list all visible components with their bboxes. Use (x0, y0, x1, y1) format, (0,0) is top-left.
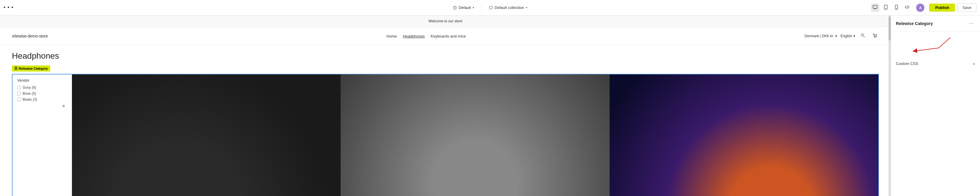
top-bar-center: Default ▾ Default collection ▾ (450, 4, 530, 11)
store-frame: Welcome to our store relewise-demo-store… (0, 16, 891, 196)
expand-icon: ∨ (972, 62, 975, 66)
desktop-view-btn[interactable] (871, 3, 879, 12)
product-area: Vendor Sony (9) Bose (5) (12, 74, 879, 196)
top-bar-left: • • • (3, 5, 17, 11)
product-image-1 (72, 74, 340, 196)
custom-css-row[interactable]: Custom CSS ∨ (896, 60, 975, 67)
chevron-down-icon: ▾ (473, 6, 474, 9)
preview-scrollbar[interactable] (888, 16, 891, 196)
arrow-area (891, 32, 980, 55)
filter-item-bose: Bose (5) (17, 92, 67, 96)
language-button[interactable]: English ▾ (841, 34, 855, 38)
svg-point-8 (876, 37, 876, 37)
relewise-badge-icon: ☰ (14, 66, 18, 71)
app-dots: • • • (3, 5, 14, 11)
more-options-button[interactable]: ··· (967, 20, 975, 27)
filter-checkbox-sony[interactable] (17, 86, 21, 89)
arrow-annotation (891, 32, 980, 55)
svg-point-7 (874, 37, 875, 37)
svg-point-3 (886, 8, 886, 9)
filter-sidebar: Vendor Sony (9) Bose (5) (13, 74, 72, 196)
filter-checkbox-beats[interactable] (17, 98, 21, 101)
filter-section-title: Vendor (17, 78, 67, 82)
store-nav: relewise-demo-store Home Headphones Keyb… (0, 27, 891, 45)
right-panel-header: Relewise Category ··· (891, 16, 980, 32)
banner-text: Welcome to our store (429, 19, 463, 23)
product-grid (72, 74, 878, 196)
chevron-down-icon-2: ▾ (526, 6, 527, 9)
store-banner: Welcome to our store (0, 16, 891, 27)
search-button[interactable] (859, 32, 867, 40)
store-nav-links: Home Headphones Keyboards and mice (387, 34, 466, 39)
separator (481, 5, 482, 11)
product-image-2 (340, 74, 609, 196)
page-title: Headphones (12, 51, 879, 61)
svg-point-6 (861, 34, 864, 36)
store-nav-right: Denmark | DKK kr. ▾ English ▾ (805, 32, 879, 40)
preview-area: Welcome to our store relewise-demo-store… (0, 16, 891, 196)
publish-button[interactable]: Publish (929, 3, 955, 11)
svg-point-5 (896, 8, 897, 9)
locale-button[interactable]: Denmark | DKK kr. ▾ (805, 34, 837, 38)
mobile-view-btn[interactable] (892, 3, 900, 12)
filter-label-sony: Sony (9) (22, 85, 36, 90)
relewise-badge[interactable]: ☰ Relewise Category (12, 66, 50, 71)
filter-label-beats: Beats (3) (22, 97, 37, 101)
default-label: Default (459, 5, 471, 10)
top-bar: • • • Default ▾ Default collection ▾ (0, 0, 980, 16)
product-image-3 (609, 74, 878, 196)
store-content: Headphones ☰ Relewise Category Vendor (0, 45, 891, 196)
top-bar-right: A Publish Save (871, 3, 977, 12)
cart-button[interactable] (870, 32, 879, 40)
scrollbar-thumb (889, 17, 891, 40)
avatar: A (916, 3, 924, 12)
relewise-badge-label: Relewise Category (19, 67, 48, 70)
language-text: English (841, 34, 852, 38)
product-card-3[interactable] (609, 74, 878, 196)
nav-link-keyboards[interactable]: Keyboards and mice (431, 34, 466, 39)
locale-chevron: ▾ (835, 34, 837, 38)
default-collection-dropdown[interactable]: Default collection ▾ (486, 4, 530, 11)
locale-text: Denmark | DKK kr. (805, 34, 834, 38)
default-collection-label: Default collection (495, 5, 524, 10)
code-view-btn[interactable] (903, 3, 912, 12)
main-layout: Welcome to our store relewise-demo-store… (0, 16, 980, 196)
product-card-1[interactable] (72, 74, 340, 196)
default-dropdown[interactable]: Default ▾ (450, 4, 476, 11)
custom-css-label: Custom CSS (896, 61, 918, 66)
tablet-view-btn[interactable] (881, 3, 890, 12)
filter-item-beats: Beats (3) (17, 97, 67, 101)
product-card-2[interactable] (340, 74, 609, 196)
filter-checkbox-bose[interactable] (17, 92, 21, 95)
nav-link-home[interactable]: Home (387, 34, 397, 39)
language-chevron: ▾ (853, 34, 855, 38)
right-panel-title: Relewise Category (896, 21, 933, 26)
avatar-group: A (916, 3, 924, 12)
save-button[interactable]: Save (958, 3, 977, 12)
right-panel-body: Custom CSS ∨ (891, 55, 980, 196)
svg-rect-1 (873, 5, 877, 8)
filter-item-sony: Sony (9) (17, 85, 67, 90)
nav-link-headphones[interactable]: Headphones (403, 34, 425, 39)
store-logo: relewise-demo-store (12, 34, 48, 39)
relewise-section: ☰ Relewise Category Vendor Sony (9) (12, 66, 879, 196)
filter-label-bose: Bose (5) (22, 92, 36, 96)
right-panel: Relewise Category ··· Custom CSS ∨ (891, 16, 980, 196)
